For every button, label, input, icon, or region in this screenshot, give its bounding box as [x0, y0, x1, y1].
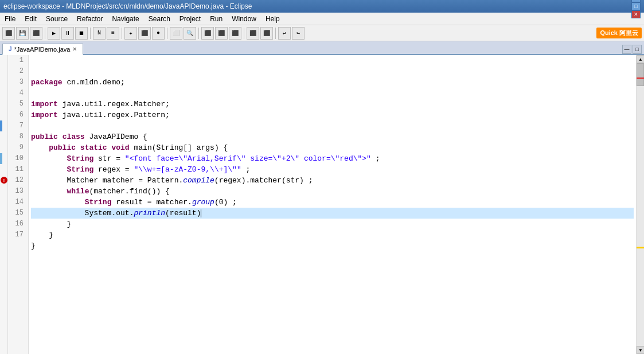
toolbar-btn-8[interactable]: ≡	[107, 27, 119, 40]
tab-close-icon[interactable]: ✕	[72, 46, 77, 52]
toolbar-btn-2[interactable]: 💾	[16, 27, 29, 40]
token-plain: ;	[241, 165, 251, 174]
code-line-2	[31, 88, 634, 99]
token-plain	[76, 143, 80, 152]
token-str: "<font face=\"Arial,Serif\" size=\"+2\" …	[125, 154, 371, 163]
token-plain: java.util.regex.Matcher;	[58, 100, 170, 108]
toolbar-separator-7	[275, 28, 276, 39]
toolbar-btn-11[interactable]: ●	[152, 27, 165, 40]
toolbar-separator-4	[167, 28, 167, 39]
token-plain	[31, 154, 67, 163]
menu-item-file[interactable]: File	[0, 13, 20, 25]
menu-item-run[interactable]: Run	[205, 13, 227, 25]
logo-text: Quick 阿里云	[600, 29, 638, 36]
java-file-icon: J	[9, 46, 12, 52]
code-line-3: import java.util.regex.Matcher;	[31, 99, 634, 110]
tab-java-api-demo[interactable]: J *JavaAPIDemo.java ✕	[2, 44, 83, 55]
toolbar-btn-5[interactable]: ⏸	[61, 27, 74, 40]
token-plain: }	[31, 242, 36, 250]
token-plain: }	[31, 231, 53, 239]
toolbar-separator-6	[244, 28, 244, 39]
token-type: String	[67, 165, 93, 174]
line-number-10: 10	[8, 153, 26, 164]
line-numbers: 1234567891011121314151617	[8, 55, 29, 354]
token-kw: import	[31, 100, 58, 108]
toolbar-btn-13[interactable]: 🔍	[184, 27, 196, 40]
logo-button[interactable]: Quick 阿里云	[596, 28, 642, 38]
toolbar-btn-6[interactable]: ⏹	[75, 27, 88, 40]
toolbar-btn-17[interactable]: ⬛	[247, 27, 259, 40]
code-line-16: }	[31, 240, 634, 251]
toolbar-separator-2	[90, 28, 91, 39]
token-plain: main(String[] args) {	[130, 143, 228, 152]
toolbar-btn-9[interactable]: ✦	[124, 27, 137, 40]
line-number-14: 14	[8, 197, 26, 208]
left-margin: !	[0, 55, 8, 354]
menu-item-navigate[interactable]: Navigate	[107, 13, 143, 25]
toolbar-btn-15[interactable]: ⬛	[215, 27, 228, 40]
token-plain: Matcher matcher = Pattern.	[31, 176, 183, 185]
tab-controls: — □	[622, 45, 644, 54]
toolbar-btn-10[interactable]: ⬛	[138, 27, 151, 40]
code-editor[interactable]: package cn.mldn.demo; import java.util.r…	[29, 55, 636, 354]
toolbar-btn-18[interactable]: ⬛	[260, 27, 273, 40]
toolbar-separator-3	[122, 28, 122, 39]
line10-marker	[0, 153, 2, 164]
scroll-error-marker-1	[637, 77, 644, 79]
line-number-11: 11	[8, 164, 26, 175]
toolbar-separator-5	[198, 28, 199, 39]
token-plain: (result)	[165, 209, 201, 217]
line-number-13: 13	[8, 186, 26, 197]
token-kw: class	[63, 133, 85, 141]
code-line-4: import java.util.regex.Pattern;	[31, 110, 634, 120]
scroll-warning-marker	[637, 247, 644, 248]
close-button[interactable]: ✕	[631, 10, 641, 18]
menu-item-search[interactable]: Search	[144, 13, 175, 25]
token-plain: }	[31, 220, 71, 228]
line-number-8: 8	[8, 131, 26, 142]
code-line-9: String regex = "\\w+=[a-zA-Z0-9,\\+]\"" …	[31, 164, 634, 175]
window-controls[interactable]: — □ ✕	[631, 0, 641, 18]
toolbar-btn-19[interactable]: ↩	[278, 27, 291, 40]
tab-minimize-button[interactable]: —	[622, 45, 631, 54]
menu-item-window[interactable]: Window	[227, 13, 261, 25]
maximize-button[interactable]: □	[631, 2, 641, 10]
scroll-track[interactable]	[637, 63, 644, 346]
toolbar: ⬛ 💾 ⬛ ▶ ⏸ ⏹ N ≡ ✦ ⬛ ● ⬜ 🔍 ⬛ ⬛ ⬛ ⬛ ⬛ ↩ ↪ …	[0, 25, 644, 41]
scrollbar[interactable]: ▲ ▼	[636, 55, 644, 354]
menu-item-project[interactable]: Project	[175, 13, 205, 25]
token-plain: (regex).matcher(str) ;	[214, 176, 313, 185]
toolbar-btn-3[interactable]: ⬛	[30, 27, 42, 40]
tab-maximize-button[interactable]: □	[633, 45, 642, 54]
token-kw: public	[49, 143, 76, 152]
toolbar-btn-4[interactable]: ▶	[48, 27, 60, 40]
toolbar-btn-20[interactable]: ↪	[292, 27, 305, 40]
token-plain: cn.mldn.demo;	[63, 78, 125, 87]
toolbar-btn-7[interactable]: N	[93, 27, 106, 40]
token-kw: void	[111, 143, 129, 152]
menu-bar: FileEditSourceRefactorNavigateSearchProj…	[0, 13, 644, 25]
token-method: println	[134, 209, 165, 217]
menu-item-refactor[interactable]: Refactor	[72, 13, 107, 25]
token-plain: (0) ;	[214, 198, 237, 207]
menu-item-source[interactable]: Source	[41, 13, 72, 25]
toolbar-btn-14[interactable]: ⬛	[201, 27, 214, 40]
scroll-thumb[interactable]	[637, 63, 644, 86]
code-line-15: }	[31, 229, 634, 240]
token-plain: result = matcher.	[111, 198, 192, 207]
line-number-4: 4	[8, 88, 26, 99]
toolbar-btn-16[interactable]: ⬛	[229, 27, 241, 40]
toolbar-btn-1[interactable]: ⬛	[2, 27, 15, 40]
scroll-down-button[interactable]: ▼	[637, 346, 644, 354]
error-marker-line-12: !	[1, 177, 7, 184]
code-line-12: String result = matcher.group(0) ;	[31, 197, 634, 208]
token-plain	[58, 133, 63, 141]
token-plain: ;	[371, 154, 380, 163]
token-plain: regex =	[93, 165, 134, 174]
code-line-11: while(matcher.find()) {	[31, 186, 634, 197]
line-number-15: 15	[8, 208, 26, 219]
menu-item-help[interactable]: Help	[261, 13, 284, 25]
toolbar-btn-12[interactable]: ⬜	[170, 27, 182, 40]
scroll-up-button[interactable]: ▲	[637, 55, 644, 63]
menu-item-edit[interactable]: Edit	[20, 13, 41, 25]
